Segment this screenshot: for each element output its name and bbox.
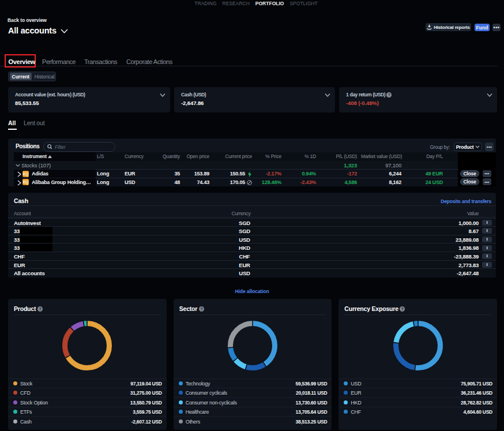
svg-text:?: ? (388, 92, 390, 96)
svg-text:?: ? (401, 307, 404, 311)
svg-text:?: ? (200, 307, 202, 311)
svg-text:?: ? (39, 307, 41, 311)
